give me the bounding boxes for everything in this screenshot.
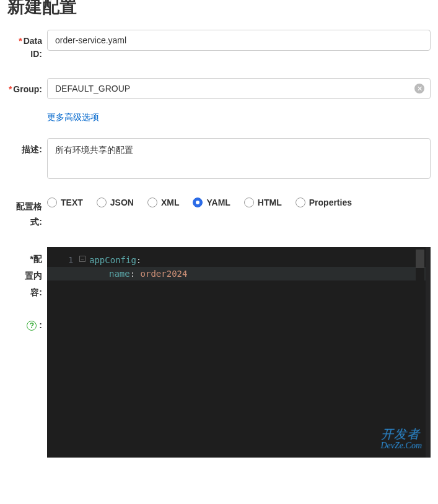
row-description: 描述: 所有环境共享的配置 bbox=[7, 138, 431, 181]
radio-properties[interactable]: Properties bbox=[296, 198, 352, 207]
data-id-input[interactable] bbox=[47, 30, 431, 51]
clear-icon[interactable]: ✕ bbox=[414, 84, 424, 93]
help-icon[interactable]: ? bbox=[27, 321, 37, 331]
editor-scrollbar[interactable] bbox=[416, 247, 424, 458]
advanced-options-link[interactable]: 更多高级选项 bbox=[47, 112, 99, 122]
fold-icon[interactable]: − bbox=[79, 256, 85, 262]
row-format: 配置格式: TEXT JSON XML YAML HTML bbox=[7, 194, 431, 230]
editor-minimap bbox=[426, 247, 431, 458]
page-title: 新建配置 bbox=[0, 0, 438, 24]
code-line-1: appConfig: bbox=[89, 253, 431, 267]
radio-json[interactable]: JSON bbox=[97, 198, 134, 207]
radio-html[interactable]: HTML bbox=[244, 198, 282, 207]
format-radio-group: TEXT JSON XML YAML HTML Properties bbox=[47, 194, 431, 207]
code-editor[interactable]: 1 2 − appConfig: name: order2024 开发者 Dev… bbox=[47, 247, 431, 458]
label-content: *配 置内 容: ? : bbox=[7, 247, 42, 333]
radio-text[interactable]: TEXT bbox=[47, 198, 83, 207]
radio-xml[interactable]: XML bbox=[147, 198, 180, 207]
row-content: *配 置内 容: ? : 1 2 − appConfig: name: orde… bbox=[7, 247, 431, 458]
code-line-2: name: order2024 bbox=[47, 267, 431, 280]
label-description: 描述: bbox=[7, 138, 42, 156]
radio-yaml[interactable]: YAML bbox=[193, 198, 230, 207]
row-group: *Group: ✕ bbox=[7, 78, 431, 99]
row-data-id: *Data ID: bbox=[7, 30, 431, 61]
group-input[interactable] bbox=[47, 78, 431, 99]
label-data-id: *Data ID: bbox=[7, 30, 42, 61]
label-format: 配置格式: bbox=[7, 194, 42, 230]
label-group: *Group: bbox=[7, 78, 42, 96]
description-input[interactable]: 所有环境共享的配置 bbox=[47, 138, 431, 179]
